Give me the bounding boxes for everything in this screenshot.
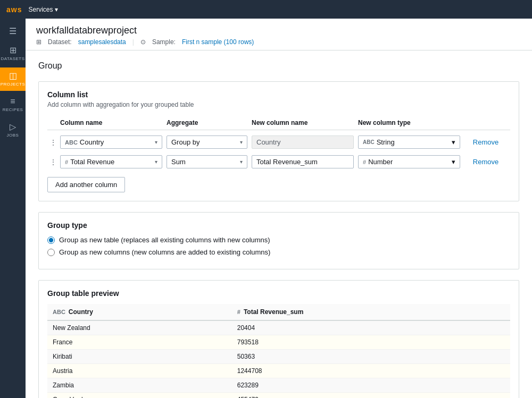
table-row: Cape Verde 455479 — [47, 393, 510, 399]
table-row: France 793518 — [47, 335, 510, 350]
sidebar-item-datasets[interactable]: ⊞ DATASETS — [0, 42, 26, 65]
revenue-cell: 455479 — [232, 393, 510, 399]
new-column-name-input-2[interactable] — [252, 155, 354, 168]
group-new-table-label: Group as new table (replaces all existin… — [59, 236, 270, 244]
remove-button-2[interactable]: Remove — [464, 156, 507, 168]
aggregate-header: Aggregate — [167, 119, 252, 126]
sidebar-item-projects[interactable]: ◫ PROJECTS — [0, 67, 26, 91]
group-type-title: Group type — [47, 221, 510, 230]
revenue-cell: 793518 — [232, 335, 510, 350]
country-cell: Kiribati — [47, 350, 232, 364]
aggregate-select-1[interactable]: Group by ▾ — [167, 136, 247, 149]
sidebar: ☰ ⊞ DATASETS ◫ PROJECTS ≡ RECIPES ▷ JOBS — [0, 19, 26, 398]
main-content: workfalldatabrewproject ⊞ Dataset: sampl… — [26, 19, 532, 398]
preview-title: Group table preview — [47, 289, 510, 298]
top-nav: aws Services ▾ — [0, 0, 532, 19]
projects-icon: ◫ — [9, 72, 17, 80]
add-column-button[interactable]: Add another column — [47, 177, 125, 192]
chevron-down-icon: ▾ — [55, 6, 58, 13]
datasets-icon: ⊞ — [10, 46, 16, 55]
menu-icon: ☰ — [9, 27, 16, 36]
revenue-cell: 1244708 — [232, 364, 510, 378]
sidebar-item-recipes[interactable]: ≡ RECIPES — [0, 93, 26, 116]
group-new-table-radio[interactable] — [47, 236, 55, 244]
services-button[interactable]: Services ▾ — [28, 6, 58, 13]
group-new-columns-radio[interactable] — [47, 249, 55, 256]
new-column-type-select-2[interactable]: # Number ▾ — [358, 155, 460, 168]
radio-row-1: Group as new table (replaces all existin… — [47, 236, 510, 244]
aws-logo: aws — [6, 5, 22, 14]
table-preview-section: Group table preview ABC Country — [38, 280, 519, 398]
country-cell: Cape Verde — [47, 393, 232, 399]
group-panel-title: Group — [38, 61, 519, 71]
column-list-title: Column list — [47, 90, 510, 99]
column-list-section: Column list Add column with aggregation … — [38, 81, 519, 201]
project-title: workfalldatabrewproject — [36, 25, 521, 36]
preview-table: ABC Country # Total Revenue_sum — [47, 304, 510, 398]
panel: Group Column list Add column with aggreg… — [26, 50, 532, 398]
recipes-icon: ≡ — [10, 97, 15, 106]
sidebar-item-jobs[interactable]: ▷ JOBS — [0, 118, 26, 142]
table-row: ⋮⋮ ABC Country ▾ Group by ▾ — [47, 132, 510, 152]
project-header: workfalldatabrewproject ⊞ Dataset: sampl… — [26, 19, 532, 50]
project-meta: ⊞ Dataset: samplesalesdata | ⊙ Sample: F… — [36, 38, 521, 46]
revenue-cell: 20404 — [232, 320, 510, 335]
chevron-icon: ▾ — [240, 139, 243, 145]
dataset-link[interactable]: samplesalesdata — [78, 38, 126, 46]
aggregate-select-2[interactable]: Sum ▾ — [167, 155, 247, 168]
radio-row-2: Group as new columns (new columns are ad… — [47, 248, 510, 256]
column-name-select-1[interactable]: ABC Country ▾ — [60, 136, 162, 149]
new-column-name-header: New column name — [252, 119, 358, 126]
table-row: New Zealand 20404 — [47, 320, 510, 335]
chevron-icon: ▾ — [155, 159, 157, 165]
chevron-icon: ▾ — [452, 138, 455, 146]
table-row: Austria 1244708 — [47, 364, 510, 378]
new-type-icon-1: ABC — [363, 139, 375, 145]
table-row: Kiribati 50363 — [47, 350, 510, 364]
country-type-icon: ABC — [53, 309, 65, 315]
new-column-name-input-1[interactable] — [252, 136, 354, 149]
dataset-icon: ⊞ — [36, 38, 41, 46]
column-name-select-2[interactable]: # Total Revenue ▾ — [60, 155, 162, 168]
sidebar-item-menu[interactable]: ☰ — [0, 23, 26, 40]
group-panel: Group Column list Add column with aggreg… — [26, 50, 532, 398]
chevron-icon: ▾ — [155, 139, 157, 145]
group-type-section: Group type Group as new table (replaces … — [38, 212, 519, 269]
chevron-icon: ▾ — [452, 158, 455, 166]
sample-link[interactable]: First n sample (100 rows) — [182, 38, 254, 46]
drag-handle[interactable]: ⋮⋮ — [47, 137, 60, 148]
new-column-type-header: New column type — [358, 119, 464, 126]
sample-icon: ⊙ — [140, 38, 146, 46]
column-name-header: Column name — [60, 119, 167, 126]
column-list-desc: Add column with aggregation for your gro… — [47, 101, 510, 108]
preview-col-revenue: # Total Revenue_sum — [232, 304, 510, 320]
jobs-icon: ▷ — [10, 123, 16, 131]
column-type-icon-2: # — [65, 159, 68, 165]
preview-col-country: ABC Country — [47, 304, 232, 320]
remove-button-1[interactable]: Remove — [464, 136, 507, 148]
column-type-icon-1: ABC — [65, 139, 78, 146]
country-cell: Austria — [47, 364, 232, 378]
column-headers: Column name Aggregate New column name Ne… — [47, 116, 510, 130]
country-cell: New Zealand — [47, 320, 232, 335]
revenue-type-icon: # — [237, 309, 240, 315]
revenue-cell: 623289 — [232, 378, 510, 393]
revenue-cell: 50363 — [232, 350, 510, 364]
new-column-type-select-1[interactable]: ABC String ▾ — [358, 136, 460, 149]
table-row: ⋮⋮ # Total Revenue ▾ Sum ▾ — [47, 152, 510, 172]
chevron-icon: ▾ — [240, 159, 243, 165]
group-new-columns-label: Group as new columns (new columns are ad… — [59, 248, 270, 256]
new-type-icon-2: # — [363, 159, 366, 165]
table-row: Zambia 623289 — [47, 378, 510, 393]
drag-handle[interactable]: ⋮⋮ — [47, 157, 60, 167]
country-cell: Zambia — [47, 378, 232, 393]
country-cell: France — [47, 335, 232, 350]
